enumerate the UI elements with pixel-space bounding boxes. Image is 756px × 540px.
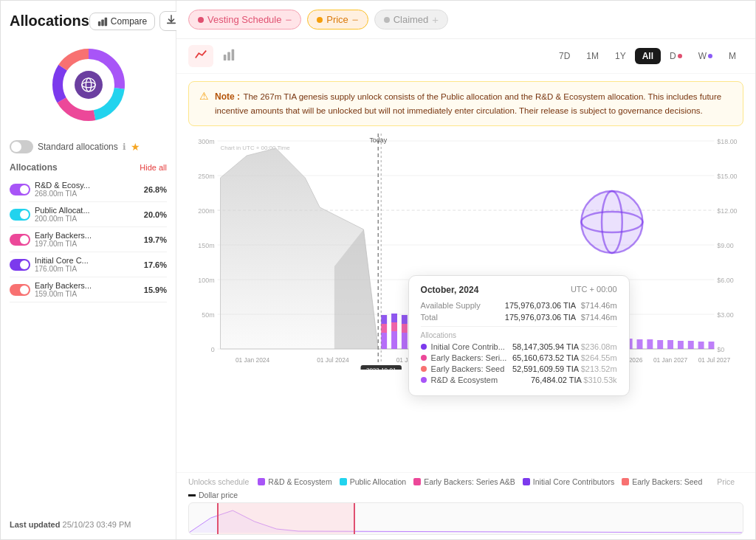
- claimed-label: Claimed: [394, 14, 429, 25]
- allocation-item-4[interactable]: Early Backers... 159.00m TIA 15.9%: [10, 277, 167, 302]
- d-dot: [678, 54, 682, 58]
- price-filter[interactable]: Price −: [307, 10, 368, 30]
- bar-chart-button[interactable]: [216, 45, 241, 67]
- alloc-name-4: Early Backers...: [35, 281, 109, 290]
- legend-area: Unlocks schedule R&D & Ecosystem Public …: [176, 472, 755, 502]
- alloc-toggle-3[interactable]: [10, 259, 30, 271]
- tooltip-alloc-name-0: Initial Core Contrib...: [431, 342, 508, 351]
- alloc-info-4: Early Backers... 159.00m TIA: [35, 281, 140, 298]
- legend-color-0: [258, 478, 265, 485]
- standard-allocations-toggle[interactable]: [10, 140, 33, 153]
- price-legend-text: Dollar price: [199, 491, 238, 499]
- alloc-amount-2: 197.00m TIA: [35, 240, 140, 248]
- claimed-filter[interactable]: Claimed +: [374, 10, 448, 30]
- svg-rect-2: [104, 17, 107, 25]
- tooltip-alloc-dot-1: [421, 355, 427, 361]
- hide-all-button[interactable]: Hide all: [140, 163, 167, 172]
- allocations-header: Allocations Hide all: [10, 162, 167, 173]
- brand-logo: [80, 77, 97, 93]
- brush-area[interactable]: [188, 502, 743, 535]
- svg-text:Chart in UTC + 00:00 Time: Chart in UTC + 00:00 Time: [221, 144, 291, 150]
- svg-text:$6.00: $6.00: [717, 276, 733, 283]
- legend-item-2: Early Backers: Series A&B: [413, 477, 515, 486]
- svg-text:50m: 50m: [202, 311, 214, 318]
- allocation-item-3[interactable]: Initial Core C... 176.00m TIA 17.6%: [10, 252, 167, 277]
- svg-point-10: [81, 82, 94, 87]
- svg-text:$18.00: $18.00: [717, 137, 737, 145]
- svg-text:200m: 200m: [198, 207, 214, 214]
- brush-selection: [217, 503, 356, 534]
- legend-items: R&D & Ecosystem Public Allocation Early …: [258, 477, 702, 486]
- legend-item-4: Early Backers: Seed: [622, 477, 702, 486]
- info-icon: ℹ: [123, 142, 126, 152]
- svg-text:250m: 250m: [198, 172, 214, 179]
- claimed-add-icon[interactable]: +: [432, 14, 439, 25]
- alloc-toggle-0[interactable]: [10, 184, 30, 195]
- compare-button[interactable]: Compare: [89, 13, 155, 30]
- svg-text:01 Jul 2027: 01 Jul 2027: [698, 356, 731, 363]
- unlocks-legend-label: Unlocks schedule: [188, 477, 249, 486]
- svg-rect-13: [227, 52, 230, 60]
- tooltip-alloc-row-1: Early Backers: Seri... 65,160,673.52 TIA…: [421, 353, 617, 362]
- svg-rect-42: [391, 322, 397, 331]
- tooltip-date: October, 2024: [421, 285, 479, 295]
- svg-rect-75: [688, 341, 694, 349]
- alloc-info-3: Initial Core C... 176.00m TIA: [35, 256, 140, 273]
- legend-color-3: [523, 478, 530, 485]
- allocation-item-1[interactable]: Public Allocat... 200.00m TIA 20.0%: [10, 202, 167, 227]
- tooltip-total-value: 175,976,073.06 TIA $714.46m: [505, 313, 617, 322]
- w-button[interactable]: W: [691, 48, 720, 64]
- d-button[interactable]: D: [662, 48, 690, 64]
- allocations-label: Allocations: [10, 162, 58, 173]
- svg-text:$3.00: $3.00: [717, 311, 733, 318]
- alloc-toggle-4[interactable]: [10, 284, 30, 296]
- svg-rect-38: [391, 331, 397, 349]
- alloc-toggle-1[interactable]: [10, 209, 30, 221]
- svg-rect-14: [232, 49, 235, 60]
- legend-label-1: Public Allocation: [350, 477, 406, 486]
- allocations-section: Allocations Hide all R&D & Ecosy... 268.…: [10, 162, 167, 507]
- alloc-name-1: Public Allocat...: [35, 206, 109, 215]
- legend-label-0: R&D & Ecosystem: [268, 477, 331, 486]
- allocations-list: R&D & Ecosy... 268.00m TIA 26.8% Public …: [10, 177, 167, 302]
- page-title: Allocations: [10, 13, 89, 30]
- alloc-name-0: R&D & Ecosy...: [35, 181, 109, 190]
- line-chart-button[interactable]: [188, 45, 213, 67]
- alloc-pct-0: 26.8%: [144, 185, 167, 194]
- alloc-amount-1: 200.00m TIA: [35, 215, 140, 223]
- alloc-pct-1: 20.0%: [144, 210, 167, 219]
- tooltip-alloc-val-1: 65,160,673.52 TIA $264.55m: [512, 353, 617, 362]
- alloc-toggle-2[interactable]: [10, 234, 30, 246]
- m-button[interactable]: M: [721, 48, 743, 64]
- allocation-item-0[interactable]: R&D & Ecosy... 268.00m TIA 26.8%: [10, 177, 167, 202]
- tooltip-header: October, 2024 UTC + 00:00: [421, 285, 617, 295]
- price-remove-icon[interactable]: −: [352, 14, 359, 25]
- svg-text:Today: Today: [369, 136, 387, 143]
- main-content: Vesting Schedule − Price − Claimed +: [176, 1, 755, 539]
- vesting-schedule-filter[interactable]: Vesting Schedule −: [188, 10, 301, 30]
- 7d-button[interactable]: 7D: [551, 48, 577, 64]
- tooltip-alloc-val-3: 76,484.02 TIA $310.53k: [531, 375, 617, 384]
- last-updated: Last updated 25/10/23 03:49 PM: [10, 514, 167, 529]
- tooltip-alloc-row-0: Initial Core Contrib... 58,147,305.94 TI…: [421, 342, 617, 351]
- allocation-item-2[interactable]: Early Backers... 197.00m TIA 19.7%: [10, 227, 167, 252]
- svg-point-11: [86, 78, 91, 91]
- legend-label-4: Early Backers: Seed: [632, 477, 702, 486]
- bar-chart-icon: [222, 48, 236, 61]
- alloc-amount-0: 268.00m TIA: [35, 190, 140, 198]
- all-button[interactable]: All: [635, 48, 661, 64]
- svg-rect-0: [98, 21, 101, 26]
- tooltip-alloc-list: Initial Core Contrib... 58,147,305.94 TI…: [421, 342, 617, 384]
- time-range-buttons: 7D 1M 1Y All D W M: [551, 48, 743, 64]
- svg-text:$12.00: $12.00: [717, 207, 737, 214]
- tooltip-available-supply-row: Available Supply 175,976,073.06 TIA $714…: [421, 301, 617, 310]
- vesting-remove-icon[interactable]: −: [285, 14, 292, 25]
- 1m-button[interactable]: 1M: [579, 48, 606, 64]
- svg-text:2023-10-01: 2023-10-01: [366, 366, 396, 369]
- 1y-button[interactable]: 1Y: [608, 48, 633, 64]
- svg-text:01 Jan 2024: 01 Jan 2024: [236, 356, 270, 363]
- tooltip-alloc-dot-2: [421, 366, 427, 372]
- standard-allocations-label: Standard allocations: [38, 142, 118, 152]
- svg-text:100m: 100m: [198, 276, 214, 283]
- svg-text:01 Jan 2027: 01 Jan 2027: [653, 356, 688, 363]
